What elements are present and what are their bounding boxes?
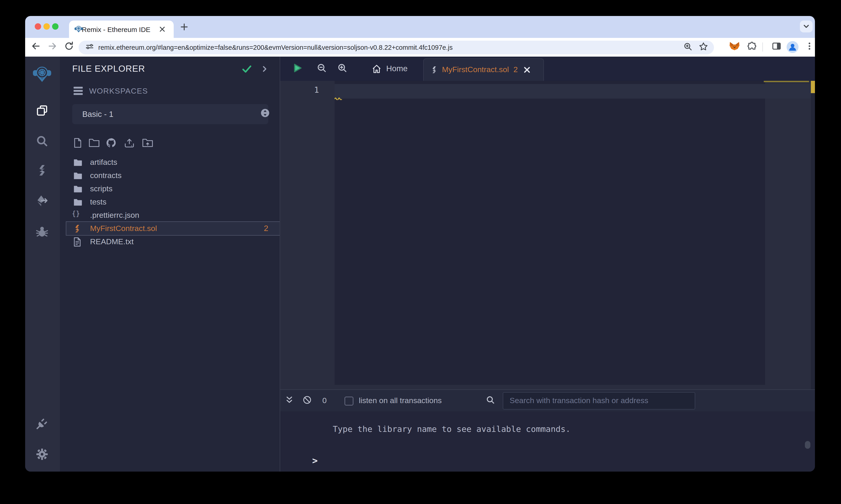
address-bar[interactable]: remix.ethereum.org/#lang=en&optimize=fal… (79, 40, 714, 54)
new-tab-button[interactable] (179, 21, 190, 34)
workspace-select[interactable]: Basic - 1 (72, 104, 268, 124)
zoom-in-icon[interactable] (337, 62, 348, 75)
tab-home[interactable]: Home (371, 57, 408, 81)
tree-item-artifacts[interactable]: artifacts (60, 156, 280, 169)
warning-count-badge: 2 (264, 224, 268, 233)
zoom-page-icon[interactable] (683, 41, 693, 53)
folder-icon (73, 197, 83, 207)
editor-text-area[interactable] (334, 98, 765, 385)
terminal-message: Type the library name to see available c… (333, 424, 570, 434)
bookmark-star-icon[interactable] (698, 41, 709, 53)
expand-terminal-icon[interactable] (285, 395, 294, 406)
folder-icon (73, 157, 83, 167)
workspaces-menu-icon[interactable] (73, 86, 84, 97)
warning-squiggle (334, 94, 342, 102)
tree-item-myfirstcontract-selected[interactable]: MyFirstContract.sol 2 (66, 222, 280, 235)
debugger-icon[interactable] (35, 224, 49, 240)
solidity-file-icon (73, 223, 83, 234)
tree-item-contracts[interactable]: contracts (60, 169, 280, 182)
traffic-close-button[interactable] (35, 23, 41, 30)
reload-icon[interactable] (64, 41, 74, 53)
panel-collapse-chevron-icon[interactable] (261, 65, 268, 74)
metamask-extension-icon[interactable] (729, 41, 740, 53)
tab-home-label: Home (386, 64, 408, 73)
url-text: remix.ethereum.org/#lang=en&optimize=fal… (98, 40, 453, 54)
browser-toolbar: remix.ethereum.org/#lang=en&optimize=fal… (25, 38, 815, 57)
create-file-icon[interactable] (73, 138, 83, 150)
tab-close-icon[interactable] (524, 66, 531, 73)
editor-top-padding (334, 81, 765, 84)
settings-gear-icon[interactable] (35, 447, 49, 463)
browser-menu-icon[interactable] (805, 41, 814, 53)
browser-tab[interactable]: Remix - Ethereum IDE (69, 20, 174, 38)
run-script-play-icon[interactable] (291, 62, 303, 76)
tree-item-scripts[interactable]: scripts (60, 182, 280, 195)
code-editor[interactable]: 1 (280, 81, 815, 390)
tree-item-tests[interactable]: tests (60, 195, 280, 209)
traffic-minimize-button[interactable] (44, 23, 50, 30)
extensions-puzzle-icon[interactable] (746, 41, 757, 53)
editor-column: Home MyFirstContract.sol 2 (280, 57, 815, 472)
zoom-out-icon[interactable] (316, 62, 327, 75)
search-icon[interactable] (35, 134, 49, 150)
panel-title: FILE EXPLORER (72, 64, 145, 74)
tab-title: Remix - Ethereum IDE (82, 25, 150, 33)
upload-folder-icon[interactable] (142, 138, 153, 149)
home-icon (371, 63, 382, 74)
create-folder-icon[interactable] (89, 138, 100, 149)
icon-panel (25, 57, 59, 472)
editor-tabbar: Home MyFirstContract.sol 2 (280, 57, 815, 81)
traffic-zoom-button[interactable] (52, 23, 58, 30)
tab-close-icon[interactable] (159, 25, 166, 35)
editor-scrollbar-track[interactable] (811, 81, 815, 390)
screen: Remix - Ethereum IDE (0, 0, 841, 504)
tab-myfirstcontract[interactable]: MyFirstContract.sol 2 (423, 58, 544, 81)
file-explorer-panel: FILE EXPLORER WORKSPACES Basic - 1 (59, 57, 280, 472)
browser-tabstrip: Remix - Ethereum IDE (25, 16, 815, 38)
tree-item-prettierrc[interactable]: {} .prettierrc.json (60, 209, 280, 222)
overview-ruler-warning-marker (811, 81, 815, 93)
folder-icon (73, 184, 83, 194)
remix-app: FILE EXPLORER WORKSPACES Basic - 1 (25, 57, 815, 472)
workspace-sort-icon (260, 108, 270, 120)
clone-github-icon[interactable] (105, 137, 117, 150)
listen-transactions-label: listen on all transactions (359, 390, 442, 412)
json-braces-icon: {} (72, 210, 82, 220)
terminal-prompt: > (312, 455, 317, 466)
folder-icon (73, 170, 83, 181)
deploy-run-icon[interactable] (35, 194, 49, 210)
terminal-output[interactable]: Type the library name to see available c… (280, 411, 815, 472)
terminal-search-input[interactable] (503, 392, 695, 410)
file-explorer-icon[interactable] (35, 104, 49, 119)
terminal-scrollbar-thumb[interactable] (805, 441, 810, 449)
listen-transactions-checkbox[interactable] (345, 397, 353, 406)
split-view-icon[interactable] (771, 41, 782, 53)
pending-tx-count: 0 (323, 390, 327, 412)
remix-logo-icon[interactable] (33, 66, 51, 85)
solidity-compiler-icon[interactable] (36, 163, 49, 179)
tree-item-readme[interactable]: README.txt (60, 235, 280, 248)
solidity-file-icon (430, 65, 438, 74)
file-tree: artifacts contracts scripts tests (60, 156, 280, 248)
upload-file-icon[interactable] (124, 138, 135, 150)
tab-search-chevron-button[interactable] (800, 20, 813, 32)
tab-warning-badge: 2 (514, 65, 518, 74)
remix-favicon (74, 25, 83, 35)
text-file-icon (73, 237, 83, 247)
toolbar-divider (762, 42, 763, 52)
line-number: 1 (305, 85, 319, 94)
plugin-manager-icon[interactable] (35, 417, 49, 432)
terminal-toolbar: 0 listen on all transactions (280, 390, 815, 411)
check-icon[interactable] (241, 63, 253, 77)
minimap-warning-line (764, 81, 809, 82)
workspaces-label: WORKSPACES (89, 87, 148, 96)
site-settings-icon[interactable] (85, 41, 95, 53)
back-icon[interactable] (30, 41, 41, 53)
profile-avatar[interactable] (787, 41, 799, 53)
tab-label: MyFirstContract.sol (442, 65, 509, 74)
workspace-selected-value: Basic - 1 (82, 109, 113, 119)
forward-icon[interactable] (47, 41, 58, 53)
terminal-search-icon (485, 395, 496, 407)
clear-console-icon[interactable] (302, 395, 312, 407)
browser-window: Remix - Ethereum IDE (25, 16, 815, 472)
